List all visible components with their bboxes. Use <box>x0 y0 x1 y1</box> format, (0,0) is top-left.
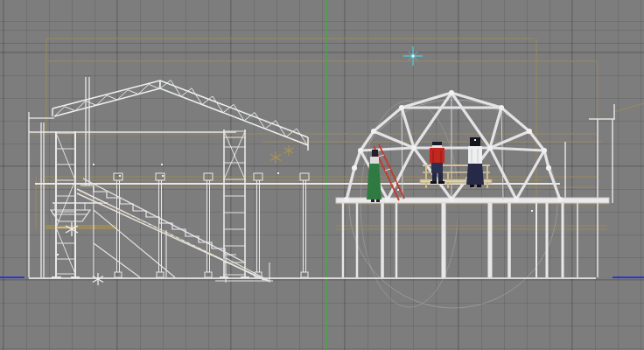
dome-column <box>577 203 578 277</box>
particle-asterisk-tan-icon <box>270 158 276 161</box>
particle-asterisk-tan-icon <box>276 154 281 158</box>
scaffold-left-braces <box>56 228 75 274</box>
dome-column <box>508 203 511 277</box>
worker-white-shoe-l <box>470 185 474 187</box>
dome-column <box>442 203 446 277</box>
dome-node <box>557 197 563 202</box>
column-base <box>301 272 308 277</box>
particle-asterisk-tan-icon <box>276 158 281 160</box>
worker-white-hair <box>470 137 480 146</box>
worker-white-shoe-r <box>477 185 481 187</box>
worker-green-foot-l <box>371 200 374 202</box>
worker-red-shoe-r <box>438 181 444 184</box>
worker-red-shoe-l <box>430 181 437 184</box>
truss-top-chord <box>52 80 308 137</box>
worker-red-leg-r <box>438 173 443 182</box>
dome-node <box>542 148 547 153</box>
scaffold-left-braces <box>56 133 75 180</box>
vertex-dot <box>161 164 163 165</box>
worker-red-shirt <box>430 148 444 163</box>
particle-asterisk-tan-icon <box>284 148 289 150</box>
worker-white-skirt <box>466 164 484 185</box>
dome-node <box>449 197 454 202</box>
dome-node <box>499 105 504 110</box>
dome-node <box>399 105 404 110</box>
dome-node <box>411 145 416 150</box>
worker-green-foot-r <box>376 200 380 202</box>
vertex-dot <box>93 164 94 165</box>
dome-node <box>358 148 363 153</box>
particle-asterisk-white-icon <box>66 229 72 233</box>
worker-green-dress <box>367 164 382 200</box>
tan-reference-lines <box>614 103 644 112</box>
vertex-dot <box>531 210 533 212</box>
particle-asterisk-tan-icon <box>289 148 293 150</box>
vertex-dot <box>57 254 59 256</box>
dome-node <box>371 129 376 134</box>
dome-struts <box>544 150 549 168</box>
dome-node <box>352 165 357 171</box>
particle-asterisk-tan-icon <box>284 150 289 153</box>
dome-column <box>488 203 493 277</box>
scene-svg <box>0 0 644 350</box>
dome-column <box>396 203 398 277</box>
particle-asterisk-tan-icon <box>289 150 293 153</box>
dome-node <box>487 145 493 150</box>
truss-web-right <box>160 80 307 145</box>
truss-web-left <box>54 80 160 116</box>
worker-red-leg-l <box>432 173 437 182</box>
dome-struts <box>501 108 529 131</box>
dome-back-struts <box>501 108 503 200</box>
particle-asterisk-white-icon <box>93 279 98 283</box>
worker-red-cap <box>432 145 442 148</box>
dome-node <box>449 90 454 95</box>
column-base <box>205 272 212 277</box>
ladder-rungs <box>385 169 390 171</box>
column-base <box>157 272 164 277</box>
vertex-dot <box>162 175 164 177</box>
dome-node <box>514 197 519 202</box>
column-base <box>115 272 122 277</box>
vertex-dot <box>119 175 121 177</box>
worker-white-blouse <box>468 146 482 164</box>
dome-back-struts <box>402 108 402 200</box>
dome-column <box>356 203 359 277</box>
dome-node <box>385 197 390 202</box>
stair-stringer-tan <box>79 192 262 277</box>
particle-star-cyan-icon-core <box>412 55 415 58</box>
stair-stringers <box>77 193 268 281</box>
dome-column <box>342 203 345 277</box>
dome-column <box>381 203 384 277</box>
vertex-dot <box>277 172 279 174</box>
worker-green-head <box>372 150 378 157</box>
viewport-canvas[interactable] <box>0 0 644 350</box>
particle-asterisk-tan-icon <box>270 155 276 158</box>
dome-struts <box>516 150 544 200</box>
dome-node <box>344 197 349 202</box>
worker-white-hairpin <box>474 139 476 141</box>
dome-node <box>546 165 551 171</box>
dome-column <box>536 203 537 277</box>
worker-green-torso <box>370 157 379 164</box>
dome-node <box>527 129 532 134</box>
dome-column <box>562 203 564 277</box>
ladder-rungs <box>379 155 384 157</box>
stair-stringers <box>83 178 245 262</box>
worker-red-pants <box>431 163 443 173</box>
vertex-dot <box>397 189 399 191</box>
dome-column <box>546 203 549 277</box>
particle-asterisk-white-icon <box>98 279 103 282</box>
